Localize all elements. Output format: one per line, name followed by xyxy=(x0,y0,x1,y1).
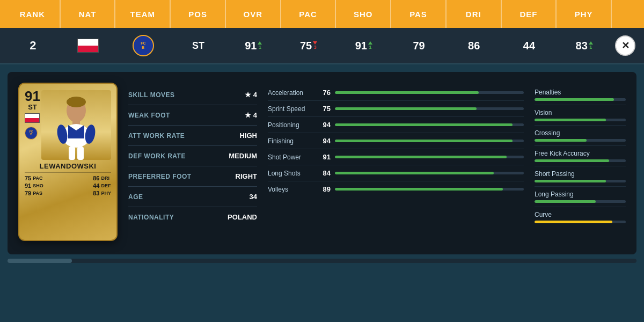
card-team-badge: FCB xyxy=(25,127,38,140)
stat-bar-label-2: Positioning xyxy=(268,121,313,129)
stat-bar-track-1 xyxy=(335,107,524,110)
right-stat-row-0: Penalties xyxy=(535,85,626,105)
card-stat-pas: 79 PAS xyxy=(25,190,43,196)
scrollbar-thumb[interactable] xyxy=(8,259,72,263)
player-phy: 83 1 xyxy=(557,40,612,52)
stat-bar-track-6 xyxy=(335,188,524,191)
col-sho: SHO xyxy=(336,0,391,28)
svg-point-8 xyxy=(67,97,86,107)
attr-label-5: AGE xyxy=(128,193,143,201)
stat-bar-track-2 xyxy=(335,123,524,126)
right-stat-row-4: Short Passing xyxy=(535,166,626,187)
stat-bar-row-2: Positioning 94 xyxy=(268,117,524,133)
svg-rect-6 xyxy=(69,147,75,160)
card-left: 91 ST FCB xyxy=(25,89,40,140)
card-ovr: 91 xyxy=(25,89,40,103)
card-player-image xyxy=(41,90,111,160)
stat-bar-fill-2 xyxy=(335,123,513,126)
right-stat-label-1: Vision xyxy=(535,109,626,116)
right-stat-label-2: Crossing xyxy=(535,129,626,137)
stat-bar-fill-5 xyxy=(335,172,494,174)
col-rank: RANK xyxy=(5,0,61,28)
player-dri: 86 xyxy=(447,40,502,52)
right-stat-label-5: Long Passing xyxy=(535,191,626,198)
player-pas: 79 xyxy=(391,40,447,52)
col-team: TEAM xyxy=(115,0,171,28)
card-pos: ST xyxy=(25,103,40,111)
card-stat-sho: 91 SHO xyxy=(25,182,43,189)
pac-change-badge: 3 xyxy=(313,41,317,50)
player-position: ST xyxy=(171,40,226,52)
stat-bar-track-5 xyxy=(335,172,524,174)
attr-label-1: WEAK FOOT xyxy=(128,112,170,119)
stat-bar-label-3: Finishing xyxy=(268,137,313,145)
stat-bar-number-4: 91 xyxy=(318,153,331,161)
attr-value-3: MEDIUM xyxy=(229,152,257,160)
player-row: 2 FCB ST 91 1 75 3 91 1 79 86 xyxy=(0,28,644,64)
close-button[interactable]: ✕ xyxy=(615,35,635,56)
right-stat-label-6: Curve xyxy=(535,211,626,218)
player-def: 44 xyxy=(502,40,557,52)
col-dri: DRI xyxy=(447,0,502,28)
sho-change-badge: 1 xyxy=(368,41,372,50)
attr-row-3: DEF WORK RATE MEDIUM xyxy=(128,146,257,166)
attr-label-6: NATIONALITY xyxy=(128,214,174,221)
detail-panel: 91 ST FCB xyxy=(8,72,636,254)
stat-bar-row-5: Long Shots 84 xyxy=(268,165,524,181)
stat-bar-fill-1 xyxy=(335,107,477,110)
card-stat-dri: 86 DRI xyxy=(93,175,111,181)
stat-bar-track-3 xyxy=(335,140,524,142)
right-stat-bar-fill-6 xyxy=(535,221,612,223)
attr-label-3: DEF WORK RATE xyxy=(128,152,186,160)
team-badge: FCB xyxy=(133,35,154,56)
stat-bar-number-6: 89 xyxy=(318,185,331,193)
col-extra xyxy=(612,0,639,28)
card-nationality-flag xyxy=(25,113,40,123)
attr-row-6: NATIONALITY POLAND xyxy=(128,207,257,227)
card-stat-pac: 75 PAC xyxy=(25,175,43,181)
player-pac: 75 3 xyxy=(281,40,336,52)
stat-bar-row-0: Acceleration 76 xyxy=(268,85,524,101)
right-stat-bar-track-0 xyxy=(535,98,626,101)
right-stat-bar-track-4 xyxy=(535,180,626,182)
right-stat-row-1: Vision xyxy=(535,105,626,126)
attr-label-2: ATT WORK RATE xyxy=(128,132,185,140)
right-stat-row-2: Crossing xyxy=(535,126,626,146)
stat-bar-row-4: Shot Power 91 xyxy=(268,149,524,165)
attributes-section: SKILL MOVES ★ 4 WEAK FOOT ★ 4 ATT WORK R… xyxy=(128,83,257,247)
right-stat-bar-fill-0 xyxy=(535,98,614,101)
stat-bar-fill-3 xyxy=(335,140,513,142)
right-stat-bar-track-2 xyxy=(535,139,626,142)
right-stat-row-5: Long Passing xyxy=(535,187,626,207)
stat-bar-label-5: Long Shots xyxy=(268,170,313,177)
card-stats-right: 86 DRI 44 DEF 83 PHY xyxy=(93,175,111,196)
stat-bar-label-4: Shot Power xyxy=(268,153,313,161)
attr-value-4: RIGHT xyxy=(236,172,257,180)
card-player-name: LEWANDOWSKI xyxy=(40,162,97,170)
stats-bars-section: Acceleration 76 Sprint Speed 75 Position… xyxy=(268,83,524,247)
stat-bar-number-5: 84 xyxy=(318,169,331,177)
right-stat-bar-fill-3 xyxy=(535,159,609,162)
stat-bar-label-0: Acceleration xyxy=(268,89,313,97)
stat-bar-number-3: 94 xyxy=(318,137,331,145)
ovr-change-badge: 1 xyxy=(258,41,262,50)
right-stat-bar-fill-2 xyxy=(535,139,587,142)
stat-bar-number-0: 76 xyxy=(318,89,331,97)
col-phy: PHY xyxy=(557,0,612,28)
card-stats: 75 PAC 91 SHO 79 PAS 86 DRI 44 xyxy=(25,175,111,196)
col-ovr: OVR xyxy=(226,0,281,28)
player-ovr: 91 1 xyxy=(226,40,281,52)
player-nationality xyxy=(61,39,116,53)
right-stat-row-6: Curve xyxy=(535,207,626,227)
close-col: ✕ xyxy=(612,35,639,56)
card-stats-left: 75 PAC 91 SHO 79 PAS xyxy=(25,175,43,196)
attr-row-5: AGE 34 xyxy=(128,187,257,207)
col-pos: POS xyxy=(171,0,226,28)
right-stat-bar-track-1 xyxy=(535,119,626,121)
col-def: DEF xyxy=(502,0,557,28)
stat-bar-row-3: Finishing 94 xyxy=(268,133,524,149)
attr-row-4: PREFERRED FOOT RIGHT xyxy=(128,166,257,187)
right-stat-bar-track-3 xyxy=(535,159,626,162)
scrollbar-container[interactable] xyxy=(8,259,636,263)
right-stat-bar-fill-1 xyxy=(535,119,606,121)
